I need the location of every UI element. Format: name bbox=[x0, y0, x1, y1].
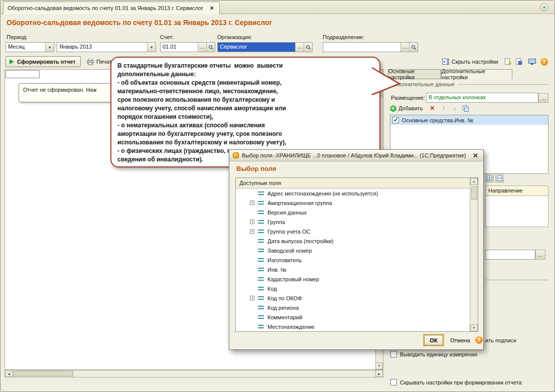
move-up-button[interactable]: ↑ bbox=[439, 104, 448, 113]
expand-plus-icon[interactable]: + bbox=[250, 201, 254, 205]
field-list-item[interactable]: + Заводской номер bbox=[236, 246, 470, 255]
indicator-toolbar-button[interactable] bbox=[495, 174, 504, 182]
scroll-down-icon[interactable]: ▼ bbox=[470, 324, 478, 331]
field-list-item[interactable]: + Группа учета ОС bbox=[236, 227, 470, 236]
field-list-item[interactable]: + Изготовитель bbox=[236, 255, 470, 265]
field-list-item[interactable]: + Комментарий bbox=[236, 312, 470, 322]
hide-settings-on-generate-checkbox[interactable] bbox=[390, 379, 397, 385]
dialog-close-icon[interactable]: ✕ bbox=[471, 152, 480, 159]
expand-plus-icon[interactable]: + bbox=[250, 296, 254, 300]
tab-report[interactable]: Оборотно-сальдовая ведомость по счету 01… bbox=[3, 2, 220, 14]
report-horizontal-scrollbar[interactable]: ◀ ▶ bbox=[5, 370, 383, 377]
scroll-right-icon[interactable]: ▶ bbox=[375, 370, 383, 377]
checkbox-checked-icon[interactable] bbox=[392, 117, 399, 123]
tab-additional-settings[interactable]: Дополнительные настройки bbox=[441, 69, 512, 79]
cancel-button[interactable]: Отмена bbox=[447, 335, 473, 345]
direction-column-body[interactable] bbox=[485, 196, 548, 227]
scroll-thumb[interactable] bbox=[13, 371, 73, 376]
generate-report-button[interactable]: Сформировать отчет bbox=[6, 56, 81, 67]
printer-icon bbox=[87, 59, 94, 65]
partially-hidden-field[interactable] bbox=[485, 250, 535, 260]
dialog-help-icon[interactable]: ? bbox=[475, 336, 483, 344]
field-item-label: Группа bbox=[267, 219, 285, 225]
account-choose-button[interactable]: … bbox=[198, 43, 206, 52]
attribute-icon bbox=[258, 220, 264, 224]
field-item-label: Местонахождение bbox=[267, 324, 315, 330]
available-fields-header: Доступные поля bbox=[236, 178, 478, 188]
field-list-item[interactable]: + Код по ОКОФ bbox=[236, 293, 470, 303]
callout-text: В стандартные бухгалтерские отчеты можно… bbox=[117, 62, 373, 164]
hide-settings-button[interactable]: Скрыть настройки bbox=[440, 56, 500, 67]
field-list-item[interactable]: + Адрес местонахождения (не используется… bbox=[236, 188, 470, 198]
field-list-item[interactable]: + Инв. № bbox=[236, 265, 470, 274]
expand-plus-icon[interactable]: + bbox=[250, 220, 254, 224]
ok-button[interactable]: ОК bbox=[424, 335, 443, 345]
indicator-toolbar-button[interactable] bbox=[485, 174, 494, 182]
field-list-item[interactable]: + Амортизационная группа bbox=[236, 198, 470, 208]
arrow-down-icon: ↓ bbox=[453, 105, 456, 112]
dialog-titlebar[interactable]: Выбор поля -ХРАНИЛИЩЕ ...0 плановое / Аб… bbox=[229, 150, 483, 161]
field-item-label: Дата выпуска (постройки) bbox=[267, 238, 334, 244]
scroll-left-icon[interactable]: ◀ bbox=[5, 370, 13, 377]
search-icon[interactable] bbox=[304, 43, 312, 52]
field-list-item[interactable]: + Код региона bbox=[236, 303, 470, 312]
delete-field-button[interactable]: ✕ bbox=[428, 104, 437, 113]
department-label: Подразделение: bbox=[323, 34, 364, 40]
period-type-select[interactable]: Месяц ▼ bbox=[6, 42, 54, 52]
field-list-item[interactable]: + Код bbox=[236, 284, 470, 293]
field-list-item[interactable]: + Местонахождение bbox=[236, 322, 470, 331]
field-item-label: Комментарий bbox=[267, 314, 302, 320]
scroll-thumb[interactable] bbox=[471, 186, 477, 200]
organization-label: Организация: bbox=[217, 34, 252, 40]
load-settings-button[interactable] bbox=[502, 56, 513, 67]
field-list-item[interactable]: + Версия данных bbox=[236, 208, 470, 217]
attribute-icon bbox=[258, 267, 264, 272]
field-item-label: Основные средства.Инв. № bbox=[402, 117, 473, 123]
period-value-select[interactable]: Январь 2013 ▼ bbox=[57, 42, 156, 52]
available-fields-rows: + Адрес местонахождения (не используется… bbox=[236, 188, 470, 331]
field-choose-button[interactable]: … bbox=[535, 250, 545, 260]
field-list-item[interactable]: + Группа bbox=[236, 217, 470, 227]
organization-field[interactable]: Сервислог … bbox=[217, 42, 313, 52]
list-item[interactable]: Основные средства.Инв. № bbox=[390, 115, 548, 125]
page-title: Оборотно-сальдовая ведомость по счету 01… bbox=[7, 19, 272, 27]
expand-plus-icon[interactable]: + bbox=[250, 229, 254, 234]
app-window: Оборотно-сальдовая ведомость по счету 01… bbox=[0, 0, 555, 392]
copy-field-button[interactable] bbox=[461, 104, 470, 113]
tab-close-icon[interactable]: ✕ bbox=[208, 5, 215, 12]
cell-name-box[interactable] bbox=[6, 70, 40, 78]
field-item-label: Код bbox=[267, 286, 277, 292]
organization-choose-button[interactable]: … bbox=[295, 43, 304, 52]
search-icon[interactable] bbox=[206, 43, 215, 52]
scroll-up-icon[interactable]: ▲ bbox=[470, 178, 478, 185]
chevron-down-icon[interactable]: ▼ bbox=[45, 43, 54, 52]
field-list-item[interactable]: + Дата выпуска (постройки) bbox=[236, 236, 470, 246]
search-icon[interactable] bbox=[409, 43, 418, 52]
field-list-item[interactable]: + Кадастровый номер bbox=[236, 274, 470, 284]
available-fields-listbox: Доступные поля + Адрес местонахождения (… bbox=[235, 177, 478, 332]
account-field[interactable]: 01.01 … bbox=[160, 42, 215, 52]
period-value: Январь 2013 bbox=[57, 43, 147, 52]
chevron-down-icon[interactable]: ▼ bbox=[147, 43, 156, 52]
attribute-icon bbox=[258, 248, 264, 253]
move-down-button[interactable]: ↓ bbox=[450, 104, 459, 113]
department-choose-button[interactable]: … bbox=[400, 43, 409, 52]
help-button[interactable]: ? bbox=[538, 56, 550, 67]
placement-field[interactable]: В отдельных колонках bbox=[426, 93, 538, 103]
plus-icon: + bbox=[390, 105, 396, 112]
scroll-down-icon[interactable]: ▼ bbox=[375, 362, 383, 369]
report-variants-button[interactable] bbox=[526, 56, 538, 67]
save-settings-button[interactable] bbox=[513, 56, 524, 67]
department-field[interactable]: … bbox=[323, 42, 418, 52]
field-select-dialog: Выбор поля -ХРАНИЛИЩЕ ...0 плановое / Аб… bbox=[229, 149, 484, 350]
play-icon bbox=[10, 59, 14, 64]
tab-list-dropdown-button[interactable]: ▼ bbox=[540, 3, 548, 12]
placement-choose-button[interactable]: … bbox=[538, 93, 548, 103]
dialog-list-scrollbar[interactable]: ▲ ▼ bbox=[470, 178, 478, 331]
direction-column-header[interactable]: Направление bbox=[485, 185, 548, 196]
grid-icon bbox=[487, 175, 492, 181]
hide-panel-icon bbox=[442, 59, 449, 65]
add-field-button[interactable]: + Добавить bbox=[390, 105, 426, 112]
unit-checkbox[interactable] bbox=[390, 351, 397, 357]
field-item-label: Изготовитель bbox=[267, 257, 302, 263]
